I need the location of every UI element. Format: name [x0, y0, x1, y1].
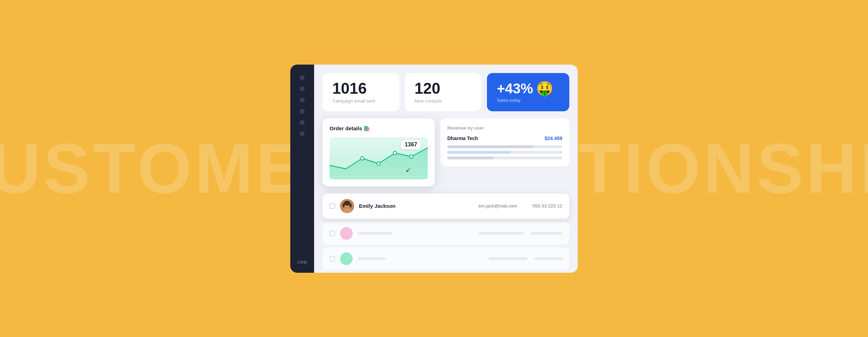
contact-name-emily: Emily Jackson: [359, 203, 395, 209]
revenue-title: Revenue by user: [447, 125, 562, 131]
revenue-bars: [447, 145, 562, 159]
chart-tooltip: 1367: [401, 140, 421, 149]
revenue-top-user: Dharma Tech: [447, 136, 478, 141]
ghost-bar-phone-2: [534, 257, 562, 260]
ghost-bar-phone-1: [531, 232, 562, 235]
revenue-bar-2-bg: [447, 151, 562, 154]
order-details-title: Order details 🛍️: [330, 125, 428, 132]
sidebar-dot-6: [300, 131, 305, 136]
revenue-bar-3-fill: [447, 157, 493, 159]
sidebar-dot-4: [300, 109, 305, 114]
svg-point-0: [361, 157, 364, 160]
svg-point-3: [410, 155, 413, 158]
chart-area: 1367 ↙: [330, 137, 428, 179]
svg-point-2: [393, 151, 396, 155]
revenue-top-amount: $24.459: [544, 136, 562, 141]
ghost-bar-email-1: [478, 232, 524, 235]
contact-checkbox-ghost-1: [330, 231, 335, 236]
contact-email-emily: em.jack@mail.com: [479, 203, 517, 209]
revenue-bar-2-fill: [447, 151, 510, 154]
contact-checkbox-emily[interactable]: [330, 203, 335, 209]
contact-row-emily[interactable]: Emily Jackson em.jack@mail.com 555-33-22…: [323, 193, 569, 219]
sidebar: CRM: [290, 65, 314, 273]
avatar-ghost-teal: [340, 252, 353, 265]
revenue-bar-3-bg: [447, 157, 562, 159]
revenue-bar-1-fill: [447, 145, 534, 148]
revenue-bar-3-container: [447, 157, 562, 159]
revenue-bar-1-container: [447, 145, 562, 148]
svg-point-7: [344, 201, 350, 206]
email-sent-label: Campaign email sent: [332, 98, 375, 104]
email-sent-value: 1016: [332, 81, 367, 96]
order-details-card: Order details 🛍️: [323, 118, 435, 186]
ghost-bar-email-2: [489, 257, 527, 260]
avatar-ghost-pink: [340, 227, 353, 240]
sidebar-label: CRM: [290, 260, 314, 264]
contact-row-ghost-1: [323, 222, 569, 245]
sidebar-dot-1: [300, 75, 305, 80]
new-contacts-card: 120 New contacts: [405, 73, 482, 111]
sales-emoji: 🤑: [536, 81, 554, 95]
sales-label: Sales today: [497, 98, 521, 103]
sales-card: +43% 🤑 Sales today: [487, 73, 569, 111]
crm-card: CRM 1016 Campaign email sent 120 New con…: [290, 65, 578, 273]
chart-cursor-icon: ↙: [406, 166, 411, 174]
ghost-bar-name-2: [358, 257, 386, 260]
stats-row: 1016 Campaign email sent 120 New contact…: [323, 73, 569, 111]
contact-checkbox-ghost-2: [330, 256, 335, 262]
revenue-bar-2-container: [447, 151, 562, 154]
svg-point-8: [343, 203, 345, 207]
avatar-emily: [340, 199, 354, 213]
sidebar-dot-5: [300, 120, 305, 125]
main-content: 1016 Campaign email sent 120 New contact…: [314, 65, 578, 273]
contact-row-ghost-2: [323, 247, 569, 270]
ghost-bar-name-1: [358, 232, 393, 235]
sales-value: +43% 🤑: [497, 81, 553, 95]
new-contacts-value: 120: [415, 81, 440, 96]
new-contacts-label: New contacts: [415, 98, 442, 104]
revenue-top-row: Dharma Tech $24.459: [447, 136, 562, 141]
middle-row: Order details 🛍️: [323, 118, 569, 186]
sidebar-dot-3: [300, 98, 305, 103]
email-sent-card: 1016 Campaign email sent: [323, 73, 399, 111]
sales-percent: +43%: [497, 81, 533, 95]
revenue-card: Revenue by user Dharma Tech $24.459: [440, 118, 569, 166]
svg-point-9: [350, 203, 352, 207]
revenue-bar-1-bg: [447, 145, 562, 148]
contact-phone-emily: 555-33-222-12: [533, 203, 562, 209]
contacts-section: Emily Jackson em.jack@mail.com 555-33-22…: [323, 193, 569, 270]
svg-point-1: [377, 162, 380, 165]
sidebar-dot-2: [300, 86, 305, 91]
